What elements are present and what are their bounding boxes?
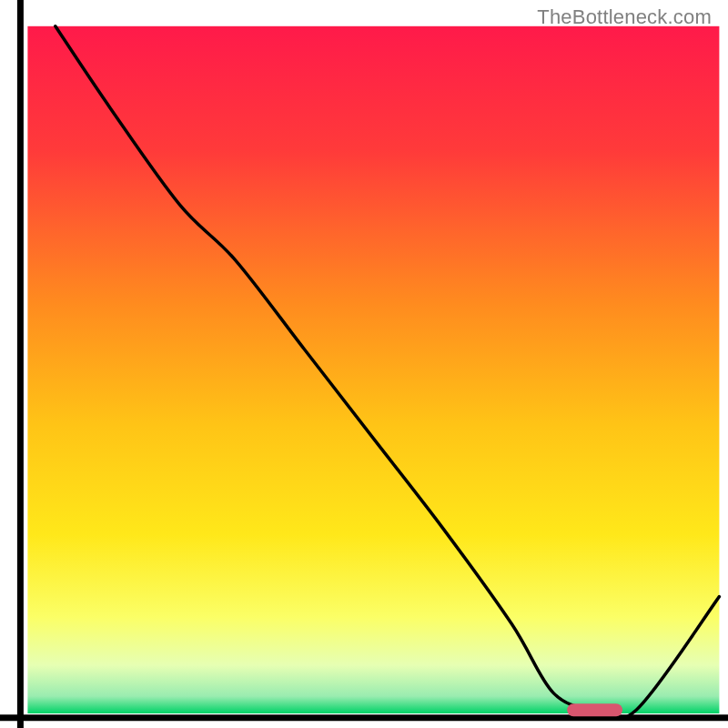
chart-background-gradient [27,26,719,713]
chart-container: TheBottleneck.com [0,0,728,728]
watermark-text: TheBottleneck.com [537,5,712,29]
bottleneck-chart [0,0,728,728]
optimal-range-marker [567,703,622,716]
